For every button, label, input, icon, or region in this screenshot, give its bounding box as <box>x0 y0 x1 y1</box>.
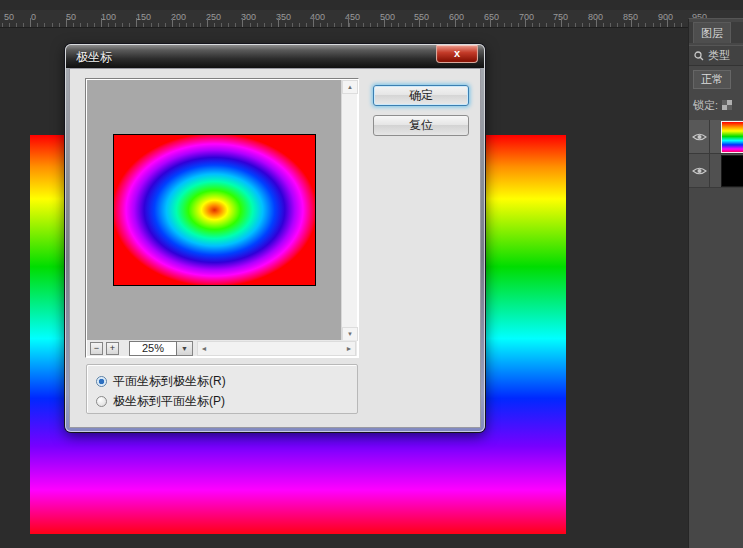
ruler-label: 50 <box>66 12 76 22</box>
ruler-label: 450 <box>345 12 360 22</box>
blend-mode-row: 正常 <box>689 69 743 90</box>
lock-label: 锁定: <box>693 98 718 113</box>
ruler-label: 750 <box>553 12 568 22</box>
preview-frame: ▲ ▼ − + 25% ▼ ◄ ► <box>85 78 359 358</box>
ruler-label: 550 <box>414 12 429 22</box>
ruler-label: 300 <box>241 12 256 22</box>
lock-transparency-icon[interactable] <box>722 100 732 110</box>
eye-icon <box>692 132 707 142</box>
ok-button[interactable]: 确定 <box>373 85 469 106</box>
layer-row-background[interactable] <box>689 154 743 188</box>
zoom-in-button[interactable]: + <box>106 342 119 355</box>
preview-viewport <box>87 80 342 341</box>
close-button[interactable]: x <box>436 45 478 63</box>
photoshop-workspace: 5005010015020025030035040045050055060065… <box>0 0 743 548</box>
radio-label: 极坐标到平面坐标(P) <box>113 393 225 410</box>
zoom-out-button[interactable]: − <box>90 342 103 355</box>
ruler-label: 350 <box>276 12 291 22</box>
ruler-label: 700 <box>519 12 534 22</box>
ruler-label: 500 <box>380 12 395 22</box>
filter-type-label: 类型 <box>708 48 730 63</box>
ruler-label: 400 <box>310 12 325 22</box>
radio-rect-to-polar[interactable]: 平面坐标到极坐标(R) <box>96 373 226 390</box>
preview-controls: − + 25% ▼ ◄ ► <box>87 340 357 356</box>
panel-tab-bar: 图层 <box>689 22 743 43</box>
scroll-right-icon[interactable]: ► <box>343 342 355 355</box>
radio-selected-icon[interactable] <box>96 376 107 387</box>
layers-panel: 图层 类型 正常 锁定: <box>688 18 743 548</box>
dialog-titlebar[interactable]: 极坐标 x <box>66 45 484 68</box>
lock-row: 锁定: <box>689 95 743 115</box>
search-icon <box>694 51 704 61</box>
layer-filter-row[interactable]: 类型 <box>689 45 743 66</box>
blend-mode-select[interactable]: 正常 <box>693 70 731 89</box>
close-icon: x <box>454 47 460 59</box>
scroll-up-icon[interactable]: ▲ <box>342 80 358 94</box>
preview-vertical-scrollbar[interactable]: ▲ ▼ <box>341 80 357 341</box>
layer-row-gradient[interactable] <box>689 120 743 154</box>
ruler-label: 50 <box>4 12 14 22</box>
conversion-options-group: 平面坐标到极坐标(R) 极坐标到平面坐标(P) <box>86 364 358 414</box>
preview-image <box>113 134 316 286</box>
layer-list <box>689 120 743 188</box>
zoom-level-field[interactable]: 25% <box>129 341 177 356</box>
radio-unselected-icon[interactable] <box>96 396 107 407</box>
ruler-label: 650 <box>484 12 499 22</box>
ruler-label: 600 <box>449 12 464 22</box>
scroll-left-icon[interactable]: ◄ <box>198 342 210 355</box>
dialog-title: 极坐标 <box>76 49 112 66</box>
scroll-down-icon[interactable]: ▼ <box>342 327 358 341</box>
ruler-label: 850 <box>623 12 638 22</box>
radio-polar-to-rect[interactable]: 极坐标到平面坐标(P) <box>96 393 225 410</box>
radio-label: 平面坐标到极坐标(R) <box>113 373 226 390</box>
tab-layers[interactable]: 图层 <box>693 22 731 43</box>
visibility-toggle[interactable] <box>689 120 710 154</box>
visibility-toggle[interactable] <box>689 154 710 188</box>
layer-thumbnail-black[interactable] <box>722 156 743 186</box>
layer-thumbnail-rainbow[interactable] <box>722 122 743 152</box>
polar-coordinates-dialog: 极坐标 x ▲ ▼ − + 25% ▼ ◄ <box>65 44 485 432</box>
ruler-label: 900 <box>658 12 673 22</box>
ruler-label: 250 <box>206 12 221 22</box>
ruler-label: 150 <box>136 12 151 22</box>
dialog-body: ▲ ▼ − + 25% ▼ ◄ ► 平面坐标到极坐标(R) <box>69 68 481 428</box>
ruler-label: 800 <box>588 12 603 22</box>
ruler-label: 100 <box>101 12 116 22</box>
zoom-dropdown-button[interactable]: ▼ <box>177 341 193 356</box>
ruler-label: 0 <box>31 12 36 22</box>
ruler-label: 200 <box>171 12 186 22</box>
eye-icon <box>692 166 707 176</box>
horizontal-ruler: 5005010015020025030035040045050055060065… <box>0 10 743 28</box>
preview-horizontal-scrollbar[interactable]: ◄ ► <box>197 341 356 356</box>
reset-button[interactable]: 复位 <box>373 115 469 136</box>
